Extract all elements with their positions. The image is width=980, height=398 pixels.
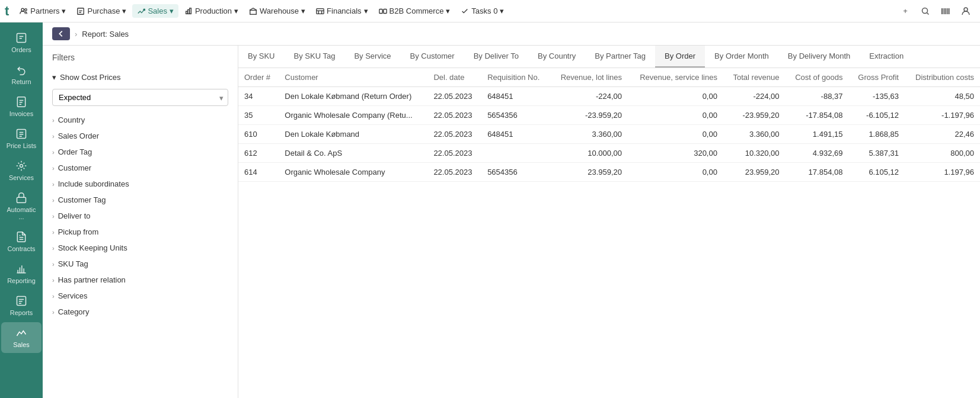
sidebar-item-reporting[interactable]: Reporting xyxy=(1,258,42,289)
user-button[interactable] xyxy=(956,2,975,21)
svg-rect-10 xyxy=(383,9,386,13)
svg-rect-17 xyxy=(949,8,950,14)
filter-customer-tag[interactable]: › Customer Tag xyxy=(52,192,228,208)
tab-by-sku-tag[interactable]: By SKU Tag xyxy=(285,46,345,68)
table-row[interactable]: 612Detail & Co. ApS22.05.202310.000,0032… xyxy=(238,144,980,163)
cell-cost_goods: 4.932,69 xyxy=(786,144,849,163)
sidebar-item-invoices[interactable]: Invoices xyxy=(1,91,42,122)
cell-total_rev: 10.320,00 xyxy=(723,144,786,163)
cell-rev_lot: -23.959,20 xyxy=(550,106,628,125)
cell-order_num: 610 xyxy=(238,125,279,144)
tab-by-delivery-month[interactable]: By Delivery Month xyxy=(778,46,860,68)
filter-sales-order[interactable]: › Sales Order xyxy=(52,128,228,144)
cell-customer: Den Lokale Købmand (Return Order) xyxy=(279,87,427,106)
svg-point-22 xyxy=(20,165,23,168)
filter-customer[interactable]: › Customer xyxy=(52,160,228,176)
back-button[interactable] xyxy=(52,27,70,40)
cell-total_rev: -224,00 xyxy=(723,87,786,106)
tab-by-partner-tag[interactable]: By Partner Tag xyxy=(585,46,655,68)
sidebar-item-contracts[interactable]: Contracts xyxy=(1,226,42,257)
svg-rect-12 xyxy=(941,8,943,14)
sidebar-item-services[interactable]: Services xyxy=(1,155,42,186)
sidebar-item-price-lists[interactable]: Price Lists xyxy=(1,123,42,154)
filter-category[interactable]: › Category xyxy=(52,304,228,320)
tab-by-order[interactable]: By Order xyxy=(655,46,705,68)
cell-cost_goods: 17.854,08 xyxy=(786,163,849,182)
filter-order-tag[interactable]: › Order Tag xyxy=(52,144,228,160)
svg-rect-21 xyxy=(17,130,26,139)
nav-purchase[interactable]: Purchase ▾ xyxy=(72,4,131,18)
expected-select[interactable]: Expected Actual Both xyxy=(52,89,228,106)
cell-req_no: 5654356 xyxy=(481,106,550,125)
add-button[interactable]: + xyxy=(896,2,915,21)
nav-financials[interactable]: Financials ▾ xyxy=(311,4,373,18)
barcode-button[interactable] xyxy=(936,2,955,21)
svg-rect-8 xyxy=(317,8,324,14)
filter-pickup-from[interactable]: › Pickup from xyxy=(52,224,228,240)
cell-dist_costs: 48,50 xyxy=(905,87,980,106)
cell-total_rev: 23.959,20 xyxy=(723,163,786,182)
filter-country[interactable]: › Country xyxy=(52,112,228,128)
cell-rev_service: 320,00 xyxy=(628,144,723,163)
table-container: Order # Customer Del. date Requisition N… xyxy=(238,68,980,398)
nav-b2b[interactable]: B2B Commerce ▾ xyxy=(374,4,455,18)
sidebar-item-reports[interactable]: Reports xyxy=(1,290,42,321)
filter-include-subordinates[interactable]: › Include subordinates xyxy=(52,176,228,192)
nav-production[interactable]: Production ▾ xyxy=(180,4,243,18)
cell-gross_profit: 5.387,31 xyxy=(848,144,905,163)
nav-partners[interactable]: Partners ▾ xyxy=(15,4,71,18)
cell-rev_service: 0,00 xyxy=(628,106,723,125)
nav-sales[interactable]: Sales ▾ xyxy=(132,4,178,18)
tab-extraction[interactable]: Extraction xyxy=(860,46,913,68)
show-cost-prices-toggle[interactable]: ▾ Show Cost Prices xyxy=(52,69,228,85)
table-row[interactable]: 614Organic Wholesale Company22.05.202356… xyxy=(238,163,980,182)
col-order-num: Order # xyxy=(238,68,279,87)
filter-sku[interactable]: › Stock Keeping Units xyxy=(52,240,228,256)
cell-customer: Organic Wholesale Company xyxy=(279,163,427,182)
svg-point-11 xyxy=(922,8,928,13)
sidebar-item-sales[interactable]: Sales xyxy=(1,322,42,353)
cell-customer: Den Lokale Købmand xyxy=(279,125,427,144)
tab-by-service[interactable]: By Service xyxy=(344,46,400,68)
svg-point-3 xyxy=(143,9,145,11)
nav-tasks[interactable]: Tasks 0 ▾ xyxy=(456,4,509,18)
sidebar-item-return[interactable]: Return xyxy=(1,59,42,90)
cell-req_no: 648451 xyxy=(481,125,550,144)
tab-by-order-month[interactable]: By Order Month xyxy=(705,46,778,68)
cell-rev_service: 0,00 xyxy=(628,87,723,106)
filter-deliver-to[interactable]: › Deliver to xyxy=(52,208,228,224)
svg-rect-15 xyxy=(946,8,947,14)
filter-sku-tag[interactable]: › SKU Tag xyxy=(52,256,228,272)
table-row[interactable]: 34Den Lokale Købmand (Return Order)22.05… xyxy=(238,87,980,106)
search-button[interactable] xyxy=(916,2,935,21)
svg-rect-14 xyxy=(944,8,946,14)
tab-by-deliver-to[interactable]: By Deliver To xyxy=(464,46,528,68)
tabs-bar: By SKU By SKU Tag By Service By Customer… xyxy=(238,46,980,68)
tab-by-country[interactable]: By Country xyxy=(528,46,585,68)
svg-rect-13 xyxy=(943,8,944,14)
cell-rev_service: 0,00 xyxy=(628,163,723,182)
tab-by-sku[interactable]: By SKU xyxy=(238,46,285,68)
filter-panel: Filters ▾ Show Cost Prices Expected Actu… xyxy=(43,46,238,398)
nav-warehouse[interactable]: Warehouse ▾ xyxy=(244,4,310,18)
cell-gross_profit: 6.105,12 xyxy=(848,163,905,182)
filter-panel-title: Filters xyxy=(52,53,228,62)
sidebar-item-orders[interactable]: Orders xyxy=(1,27,42,58)
filter-services[interactable]: › Services xyxy=(52,288,228,304)
col-gross-profit: Gross Profit xyxy=(848,68,905,87)
sidebar: Orders Return Invoices Price Lists Servi… xyxy=(0,23,43,398)
logo[interactable]: t xyxy=(5,4,9,19)
breadcrumb-title: Report: Sales xyxy=(82,30,129,38)
report-table: Order # Customer Del. date Requisition N… xyxy=(238,68,980,182)
col-rev-service: Revenue, service lines xyxy=(628,68,723,87)
cell-dist_costs: 22,46 xyxy=(905,125,980,144)
cell-dist_costs: 800,00 xyxy=(905,144,980,163)
svg-point-1 xyxy=(25,8,27,11)
tab-by-customer[interactable]: By Customer xyxy=(401,46,464,68)
sidebar-item-automatic[interactable]: Automatic ... xyxy=(1,187,42,225)
cell-dist_costs: -1.197,96 xyxy=(905,106,980,125)
table-row[interactable]: 610Den Lokale Købmand22.05.20236484513.3… xyxy=(238,125,980,144)
col-customer: Customer xyxy=(279,68,427,87)
filter-partner-relation[interactable]: › Has partner relation xyxy=(52,272,228,288)
table-row[interactable]: 35Organic Wholesale Company (Retu...22.0… xyxy=(238,106,980,125)
